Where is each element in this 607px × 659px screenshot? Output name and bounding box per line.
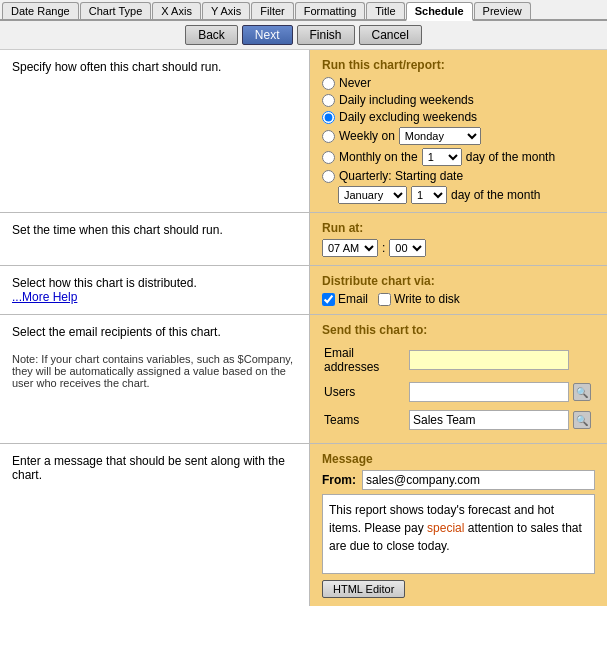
tab-schedule[interactable]: Schedule xyxy=(406,2,473,21)
email-addresses-input[interactable] xyxy=(409,350,569,370)
run-never-label: Never xyxy=(339,76,371,90)
email-checkbox-label[interactable]: Email xyxy=(322,292,368,306)
run-never-radio[interactable] xyxy=(322,77,335,90)
run-at-row: 12 AM01 AM02 AM03 AM 04 AM05 AM06 AM07 A… xyxy=(322,239,595,257)
tab-filter[interactable]: Filter xyxy=(251,2,293,19)
recipients-section: Select the email recipients of this char… xyxy=(0,315,607,444)
quarterly-suffix: day of the month xyxy=(451,188,540,202)
monthly-day-select[interactable]: 1251015202831 xyxy=(422,148,462,166)
run-weekly-radio[interactable] xyxy=(322,130,335,143)
tab-title[interactable]: Title xyxy=(366,2,404,19)
run-daily-excluding-row: Daily excluding weekends xyxy=(322,110,595,124)
users-lookup-icon: 🔍 xyxy=(573,383,591,401)
email-addresses-cell-label: Email addresses xyxy=(324,343,407,377)
send-to-options: Send this chart to: Email addresses User… xyxy=(310,315,607,443)
teams-lookup-icon: 🔍 xyxy=(573,411,591,429)
back-button[interactable]: Back xyxy=(185,25,238,45)
distribute-section: Select how this chart is distributed. ..… xyxy=(0,266,607,315)
run-monthly-radio[interactable] xyxy=(322,151,335,164)
from-label: From: xyxy=(322,473,356,487)
tab-x-axis[interactable]: X Axis xyxy=(152,2,201,19)
users-cell-input xyxy=(409,379,569,405)
run-weekly-label: Weekly on xyxy=(339,129,395,143)
distribute-description: Select how this chart is distributed. ..… xyxy=(0,266,310,314)
tab-chart-type[interactable]: Chart Type xyxy=(80,2,152,19)
main-content: Specify how often this chart should run.… xyxy=(0,50,607,606)
run-monthly-row: Monthly on the 1251015202831 day of the … xyxy=(322,148,595,166)
monthly-suffix: day of the month xyxy=(466,150,555,164)
run-options: Run this chart/report: Never Daily inclu… xyxy=(310,50,607,212)
from-row: From: xyxy=(322,470,595,490)
message-options: Message From: This report shows today's … xyxy=(310,444,607,606)
message-description: Enter a message that should be sent alon… xyxy=(0,444,310,606)
finish-button[interactable]: Finish xyxy=(297,25,355,45)
quarterly-day-select[interactable]: 12510 xyxy=(411,186,447,204)
run-never-row: Never xyxy=(322,76,595,90)
run-at-options: Run at: 12 AM01 AM02 AM03 AM 04 AM05 AM0… xyxy=(310,213,607,265)
users-row: Users 🔍 xyxy=(324,379,593,405)
run-description: Specify how often this chart should run. xyxy=(0,50,310,212)
hour-select[interactable]: 12 AM01 AM02 AM03 AM 04 AM05 AM06 AM07 A… xyxy=(322,239,378,257)
run-at-section: Set the time when this chart should run.… xyxy=(0,213,607,266)
teams-row: Teams 🔍 xyxy=(324,407,593,433)
email-addresses-cell-input xyxy=(409,343,569,377)
email-checkbox-text: Email xyxy=(338,292,368,306)
recipients-desc1: Select the email recipients of this char… xyxy=(12,325,297,339)
distribute-checkboxes: Email Write to disk xyxy=(322,292,595,306)
run-label: Run this chart/report: xyxy=(322,58,595,72)
minute-select[interactable]: 00051015 20253035 40455055 xyxy=(389,239,426,257)
run-section: Specify how often this chart should run.… xyxy=(0,50,607,213)
run-daily-excluding-label: Daily excluding weekends xyxy=(339,110,477,124)
run-daily-weekends-radio[interactable] xyxy=(322,94,335,107)
run-daily-weekends-row: Daily including weekends xyxy=(322,93,595,107)
send-table: Email addresses Users 🔍 xyxy=(322,341,595,435)
tab-y-axis[interactable]: Y Axis xyxy=(202,2,250,19)
weekly-day-select[interactable]: MondayTuesdayWednesday ThursdayFridaySat… xyxy=(399,127,481,145)
teams-lookup-button[interactable]: 🔍 xyxy=(571,411,593,429)
from-input[interactable] xyxy=(362,470,595,490)
recipients-description: Select the email recipients of this char… xyxy=(0,315,310,443)
message-text-special: special xyxy=(427,521,464,535)
toolbar: Back Next Finish Cancel xyxy=(0,21,607,50)
distribute-label: Distribute chart via: xyxy=(322,274,595,288)
run-daily-weekends-label: Daily including weekends xyxy=(339,93,474,107)
message-body: This report shows today's forecast and h… xyxy=(322,494,595,574)
teams-cell-input xyxy=(409,407,569,433)
email-addresses-row: Email addresses xyxy=(324,343,593,377)
message-label: Message xyxy=(322,452,595,466)
run-at-description: Set the time when this chart should run. xyxy=(0,213,310,265)
run-daily-excluding-radio[interactable] xyxy=(322,111,335,124)
teams-cell-label: Teams xyxy=(324,407,407,433)
send-label: Send this chart to: xyxy=(322,323,595,337)
tab-preview[interactable]: Preview xyxy=(474,2,531,19)
run-weekly-row: Weekly on MondayTuesdayWednesday Thursda… xyxy=(322,127,595,145)
users-cell-label: Users xyxy=(324,379,407,405)
write-to-disk-text: Write to disk xyxy=(394,292,460,306)
run-quarterly-label: Quarterly: Starting date xyxy=(339,169,463,183)
users-input[interactable] xyxy=(409,382,569,402)
write-to-disk-label[interactable]: Write to disk xyxy=(378,292,460,306)
email-checkbox[interactable] xyxy=(322,293,335,306)
html-editor-button[interactable]: HTML Editor xyxy=(322,580,405,598)
quarterly-month-select[interactable]: JanuaryFebruaryMarchApril xyxy=(338,186,407,204)
cancel-button[interactable]: Cancel xyxy=(359,25,422,45)
tabs-bar: Date Range Chart Type X Axis Y Axis Filt… xyxy=(0,0,607,21)
quarterly-detail: JanuaryFebruaryMarchApril 12510 day of t… xyxy=(322,186,595,204)
next-button[interactable]: Next xyxy=(242,25,293,45)
teams-input[interactable] xyxy=(409,410,569,430)
message-section: Enter a message that should be sent alon… xyxy=(0,444,607,606)
time-separator: : xyxy=(382,241,385,255)
recipients-desc2: Note: If your chart contains variables, … xyxy=(12,353,297,389)
run-at-label: Run at: xyxy=(322,221,595,235)
tab-date-range[interactable]: Date Range xyxy=(2,2,79,19)
distribute-options: Distribute chart via: Email Write to dis… xyxy=(310,266,607,314)
users-lookup-button[interactable]: 🔍 xyxy=(571,383,593,401)
more-help-link[interactable]: ...More Help xyxy=(12,290,77,304)
tab-formatting[interactable]: Formatting xyxy=(295,2,366,19)
run-monthly-label: Monthly on the xyxy=(339,150,418,164)
run-quarterly-row: Quarterly: Starting date xyxy=(322,169,595,183)
write-to-disk-checkbox[interactable] xyxy=(378,293,391,306)
run-quarterly-radio[interactable] xyxy=(322,170,335,183)
